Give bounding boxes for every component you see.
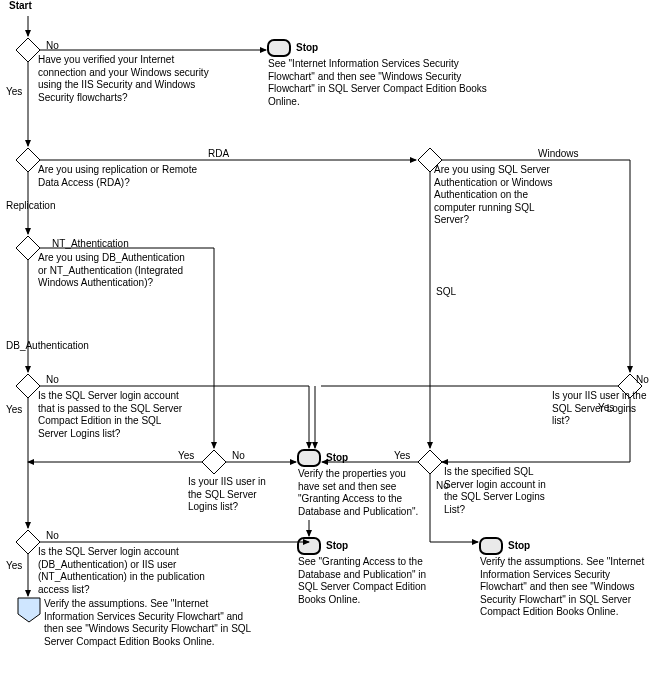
edge-d2-rda: RDA xyxy=(208,148,229,159)
edge-d3-nt: NT_Athentication xyxy=(52,238,129,249)
diamond-d4 xyxy=(16,374,40,398)
display-end1-text: Verify the assumptions. See "Internet In… xyxy=(44,598,252,648)
edge-d6-no: No xyxy=(46,530,59,541)
terminator-stop4 xyxy=(480,538,502,554)
display-end1 xyxy=(18,598,40,622)
edge-d1-yes: Yes xyxy=(6,86,22,97)
edge-d6-yes: Yes xyxy=(6,560,22,571)
stop4-label: Stop xyxy=(508,540,530,551)
decision-d6-text: Is the SQL Server login account (DB_Auth… xyxy=(38,546,238,596)
diamond-d6 xyxy=(16,530,40,554)
edge-d7-sql: SQL xyxy=(436,286,456,297)
diamond-d3 xyxy=(16,236,40,260)
decision-d9-text: Is the specified SQL Server login accoun… xyxy=(444,466,556,516)
stop1-label: Stop xyxy=(296,42,318,53)
decision-d5-text: Is your IIS user in the SQL Server Login… xyxy=(188,476,272,514)
diamond-d2 xyxy=(16,148,40,172)
start-label: Start xyxy=(9,0,32,11)
stop3-label: Stop xyxy=(326,540,348,551)
stop1-text: See "Internet Information Services Secur… xyxy=(268,58,496,108)
diamond-d9 xyxy=(418,450,442,474)
edge-d4-no: No xyxy=(46,374,59,385)
edge-d3-db: DB_Authentication xyxy=(6,340,89,351)
decision-d2-text: Are you using replication or Remote Data… xyxy=(38,164,200,189)
terminator-stop1 xyxy=(268,40,290,56)
decision-d4-text: Is the SQL Server login account that is … xyxy=(38,390,190,440)
decision-d3-text: Are you using DB_Authentication or NT_Au… xyxy=(38,252,190,290)
edge-d2-repl: Replication xyxy=(6,200,55,211)
edge-d4-yes: Yes xyxy=(6,404,22,415)
diamond-d5 xyxy=(202,450,226,474)
decision-d1-text: Have you verified your Internet connecti… xyxy=(38,54,220,104)
stop2-text: Verify the properties you have set and t… xyxy=(298,468,420,518)
edge-d5-yes: Yes xyxy=(178,450,194,461)
terminator-stop2 xyxy=(298,450,320,466)
edge-d8-no: No xyxy=(636,374,649,385)
edge-d7-win: Windows xyxy=(538,148,579,159)
stop4-text: Verify the assumptions. See "Internet In… xyxy=(480,556,656,619)
decision-d7-text: Are you using SQL Server Authentication … xyxy=(434,164,554,227)
edge-d1-no: No xyxy=(46,40,59,51)
diamond-d1 xyxy=(16,38,40,62)
stop2-label: Stop xyxy=(326,452,348,463)
edge-d9-yes: Yes xyxy=(394,450,410,461)
stop3-text: See "Granting Access to the Database and… xyxy=(298,556,430,606)
terminator-stop3 xyxy=(298,538,320,554)
decision-d8-text: Is your IIS user in the SQL Server Login… xyxy=(552,390,654,428)
edge-d5-no: No xyxy=(232,450,245,461)
